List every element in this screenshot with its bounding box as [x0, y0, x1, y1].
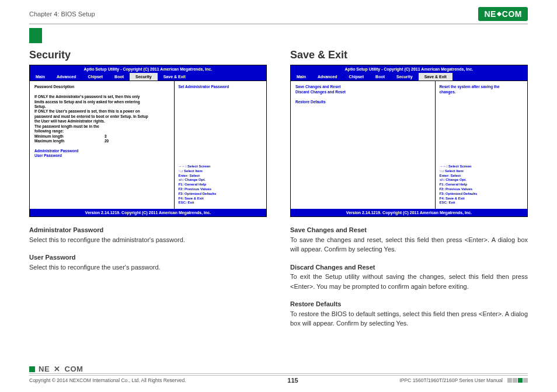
min-length-row: Minimum length3: [34, 134, 169, 139]
bios-help-text: Reset the system after saving the change…: [439, 85, 503, 164]
tab-boot: Boot: [109, 73, 130, 80]
bios-save-exit-screenshot: Aptio Setup Utility - Copyright (C) 2011…: [290, 65, 528, 217]
tab-advanced: Advanced: [312, 73, 343, 80]
side-tab-icon: [29, 28, 42, 43]
save-changes-desc: Save Changes and Reset To save the chang…: [290, 225, 528, 254]
save-changes-item: Save Changes and Reset: [295, 85, 430, 89]
bios-help-text: Set Administrator Password: [178, 85, 263, 164]
bios-key-help: →←: Select Screen ↑↓: Select Item Enter:…: [439, 164, 524, 205]
page-header: Chapter 4: BIOS Setup NECOM: [29, 7, 528, 24]
tab-chipset: Chipset: [82, 73, 109, 80]
right-column: Save & Exit Aptio Setup Utility - Copyri…: [290, 49, 528, 328]
max-length-row: Maximum length20: [34, 139, 169, 144]
bios-key-help: →←: Select Screen ↑↓: Select Item Enter:…: [178, 164, 263, 205]
pwd-desc-heading: Password Description: [34, 85, 169, 89]
discard-changes-item: Discard Changes and Reset: [295, 90, 430, 94]
tab-boot: Boot: [370, 73, 391, 80]
tab-main: Main: [291, 73, 312, 80]
security-heading: Security: [29, 49, 267, 61]
bios-title: Aptio Setup Utility - Copyright (C) 2011…: [291, 65, 527, 73]
bios-footer: Version 2.14.1219. Copyright (C) 2011 Am…: [291, 209, 527, 216]
page-footer: NE✕COM Copyright © 2014 NEXCOM Internati…: [29, 365, 528, 384]
admin-pw-desc: Administrator Password Select this to re…: [29, 225, 267, 244]
bios-right-pane: Set Administrator Password →←: Select Sc…: [175, 81, 266, 209]
content-columns: Security Aptio Setup Utility - Copyright…: [29, 49, 528, 328]
bios-tabs: Main Advanced Chipset Boot Security Save…: [30, 73, 266, 80]
tab-save-exit: Save & Exit: [158, 73, 192, 80]
bios-right-pane: Reset the system after saving the change…: [436, 81, 527, 209]
left-column: Security Aptio Setup Utility - Copyright…: [29, 49, 267, 328]
nexcom-logo: NECOM: [478, 7, 528, 21]
bios-security-screenshot: Aptio Setup Utility - Copyright (C) 2011…: [29, 65, 267, 217]
tab-main: Main: [30, 73, 51, 80]
brand-square-icon: [29, 366, 35, 372]
admin-password-item: Administrator Password: [34, 149, 169, 153]
save-exit-heading: Save & Exit: [290, 49, 528, 61]
tab-save-exit: Save & Exit: [419, 73, 452, 80]
copyright: Copyright © 2014 NEXCOM International Co…: [29, 377, 186, 383]
bios-tabs: Main Advanced Chipset Boot Security Save…: [291, 73, 527, 80]
tab-advanced: Advanced: [51, 73, 82, 80]
manual-name: IPPC 1560T/1960T/2160P Series User Manua…: [399, 377, 503, 383]
bios-left-pane: Save Changes and Reset Discard Changes a…: [291, 81, 436, 209]
pwd-desc-p1: If ONLY the Administrator's password is …: [34, 94, 145, 109]
bios-left-pane: Password Description If ONLY the Adminis…: [30, 81, 175, 209]
user-pw-desc: User Password Select this to reconfigure…: [29, 253, 267, 272]
footer-brand: NE✕COM: [29, 365, 528, 373]
restore-defaults-item: Restore Defaults: [295, 100, 430, 104]
page-number: 115: [287, 377, 298, 384]
user-password-item: User Password: [34, 153, 169, 158]
chapter-label: Chapter 4: BIOS Setup: [29, 10, 95, 18]
logo-separator-icon: [497, 12, 502, 16]
bios-footer: Version 2.14.1219. Copyright (C) 2011 Am…: [30, 209, 266, 216]
pwd-desc-p2: If ONLY the User's password is set, then…: [34, 109, 151, 124]
tab-security: Security: [130, 73, 158, 80]
pwd-range-heading: The password length must be in the follo…: [34, 124, 110, 134]
tab-security: Security: [391, 73, 419, 80]
discard-changes-desc: Discard Changes and Reset To exit the Se…: [290, 262, 528, 292]
tab-chipset: Chipset: [343, 73, 370, 80]
restore-defaults-desc: Restore Defaults To restore the BIOS to …: [290, 299, 528, 328]
bios-title: Aptio Setup Utility - Copyright (C) 2011…: [30, 65, 266, 73]
footer-squares-icon: [507, 378, 528, 383]
